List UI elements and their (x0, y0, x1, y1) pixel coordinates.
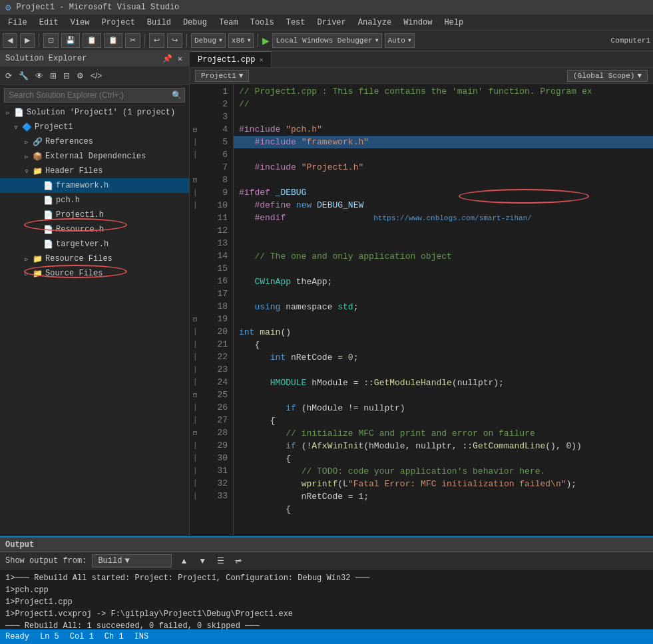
search-icon[interactable]: 🔍 (169, 89, 184, 102)
gutter-16 (190, 275, 200, 287)
output-wrap-btn[interactable]: ⇌ (232, 555, 244, 567)
breadcrumb-scope[interactable]: (Global Scope) ▼ (567, 70, 648, 82)
header-files-icon: 📁 (32, 166, 43, 176)
output-source-dropdown[interactable]: Build ▼ (92, 554, 172, 567)
code-view-btn[interactable]: </> (88, 70, 105, 82)
output-title: Output (5, 540, 34, 550)
menu-item-debug[interactable]: Debug (178, 17, 212, 29)
tab-close-icon[interactable]: ✕ (259, 56, 263, 64)
back-button[interactable]: ◀ (3, 33, 17, 48)
menu-item-edit[interactable]: Edit (34, 17, 64, 29)
menu-item-team[interactable]: Team (214, 17, 244, 29)
toolbar-btn-2[interactable]: 💾 (61, 33, 80, 48)
gutter-25: ⊟ (190, 389, 200, 401)
show-all-btn[interactable]: 👁 (33, 70, 46, 82)
solution-tree: ▷ 📄 Solution 'Project1' (1 project) ▽ 🔷 … (0, 105, 189, 536)
status-ch: Ch 1 (105, 632, 124, 641)
undo-button[interactable]: ↩ (149, 33, 164, 48)
panel-toolbar: ⟳ 🔧 👁 ⊞ ⊟ ⚙ </> (0, 67, 189, 85)
ext-deps-label: External Dependencies (45, 152, 146, 161)
tree-targetver-h[interactable]: 📄 targetver.h (0, 237, 189, 251)
menu-item-build[interactable]: Build (142, 17, 176, 29)
gutter-18 (190, 300, 200, 313)
menu-item-test[interactable]: Test (281, 17, 311, 29)
output-line-2: 1>pch.cpp (5, 584, 648, 596)
forward-button[interactable]: ▶ (20, 33, 35, 48)
menu-item-analyze[interactable]: Analyze (353, 17, 397, 29)
status-ln: Ln 5 (40, 632, 59, 641)
resourceh-expand-icon (32, 224, 43, 235)
references-expand-icon: ▷ (21, 136, 32, 147)
output-clear-btn[interactable]: ☰ (214, 555, 227, 567)
pin-icon[interactable]: 📌 (161, 53, 174, 65)
output-up-btn[interactable]: ▲ (177, 555, 190, 567)
source-files-expand-icon: ▷ (21, 268, 32, 279)
tree-references[interactable]: ▷ 🔗 References (0, 134, 189, 149)
filter-btn[interactable]: ⊞ (47, 70, 59, 82)
code-editor[interactable]: ⊟ │ │ ⊟ │ │ ⊟ │ │ │ │ │ (190, 84, 653, 536)
line-numbers: 12345 678910 1112131415 1617181920 21222… (200, 84, 234, 536)
menu-item-window[interactable]: Window (398, 17, 437, 29)
tree-header-files[interactable]: ▽ 📁 Header Files (0, 164, 189, 178)
tab-project1-cpp[interactable]: Project1.cpp ✕ (190, 51, 272, 67)
properties-btn[interactable]: 🔧 (16, 70, 31, 82)
auto-dropdown[interactable]: Auto ▼ (385, 33, 415, 48)
gutter-28: ⊟ (190, 426, 200, 439)
tree-framework-h[interactable]: 📄 framework.h (0, 178, 189, 193)
collapse-btn[interactable]: ⊟ (61, 70, 73, 82)
computer-label: Computer1 (611, 37, 650, 45)
framework-expand-icon (32, 180, 43, 191)
gutter-20: │ (190, 325, 200, 338)
tree-resource-files[interactable]: ▷ 📁 Resource Files (0, 251, 189, 266)
output-line-4: 1>Project1.vcxproj -> F:\gitplay\Project… (5, 608, 648, 620)
debugger-dropdown[interactable]: Local Windows Debugger ▼ (272, 33, 381, 48)
solution-expand-icon: ▷ (3, 107, 13, 118)
tree-project[interactable]: ▽ 🔷 Project1 (0, 120, 189, 134)
menu-item-driver[interactable]: Driver (312, 17, 351, 29)
toolbar-btn-3[interactable]: 📋 (83, 33, 101, 48)
code-content[interactable]: // Project1.cpp : This file contains the… (234, 84, 653, 536)
scope-arrow: ▼ (637, 72, 642, 80)
menu-item-project[interactable]: Project (96, 17, 140, 29)
targetverh-expand-icon (32, 239, 43, 249)
tree-project1-h[interactable]: 📄 Project1.h (0, 208, 189, 222)
toolbar-btn-5[interactable]: ✂ (125, 33, 140, 48)
play-button[interactable]: ▶ (262, 35, 270, 46)
tree-source-files[interactable]: ▷ 📁 Source Files (0, 266, 189, 281)
redo-button[interactable]: ↪ (167, 33, 182, 48)
output-from-label: Show output from: (5, 556, 87, 565)
output-toolbar: Show output from: Build ▼ ▲ ▼ ☰ ⇌ (0, 552, 653, 569)
gutter-21: │ (190, 338, 200, 351)
tree-external-deps[interactable]: ▷ 📦 External Dependencies (0, 149, 189, 164)
output-line-3: 1>Project1.cpp (5, 596, 648, 608)
gutter-27: │ (190, 414, 200, 426)
menu-item-view[interactable]: View (65, 17, 95, 29)
tree-solution[interactable]: ▷ 📄 Solution 'Project1' (1 project) (0, 105, 189, 120)
toolbar-btn-4[interactable]: 📋 (104, 33, 122, 48)
debug-config-dropdown[interactable]: Debug ▼ (191, 33, 226, 48)
search-box[interactable]: 🔍 (4, 88, 185, 102)
close-icon[interactable]: ✕ (176, 53, 184, 65)
solution-explorer-header: Solution Explorer 📌 ✕ (0, 51, 189, 67)
sync-btn[interactable]: ⟳ (3, 70, 15, 82)
resource-files-icon: 📁 (32, 253, 43, 264)
output-header: Output (0, 538, 653, 552)
tree-resource-h[interactable]: 📄 Resource.h (0, 222, 189, 237)
output-down-btn[interactable]: ▼ (196, 555, 209, 567)
gutter-24: │ (190, 376, 200, 389)
tree-pch-h[interactable]: 📄 pch.h (0, 193, 189, 208)
references-label: References (45, 137, 93, 146)
menu-item-tools[interactable]: Tools (245, 17, 280, 29)
search-input[interactable] (5, 89, 169, 101)
platform-dropdown[interactable]: x86 ▼ (228, 33, 254, 48)
settings-btn[interactable]: ⚙ (74, 70, 87, 82)
menu-item-help[interactable]: Help (439, 17, 469, 29)
gutter-29: │ (190, 439, 200, 452)
menu-item-file[interactable]: File (3, 17, 33, 29)
project-expand-icon: ▽ (11, 122, 21, 132)
breadcrumb-project[interactable]: Project1 ▼ (195, 70, 249, 82)
toolbar-btn-1[interactable]: ⊡ (43, 33, 59, 48)
gutter-7 (190, 161, 200, 174)
output-panel: Output Show output from: Build ▼ ▲ ▼ ☰ ⇌… (0, 536, 653, 629)
gutter-12 (190, 224, 200, 237)
